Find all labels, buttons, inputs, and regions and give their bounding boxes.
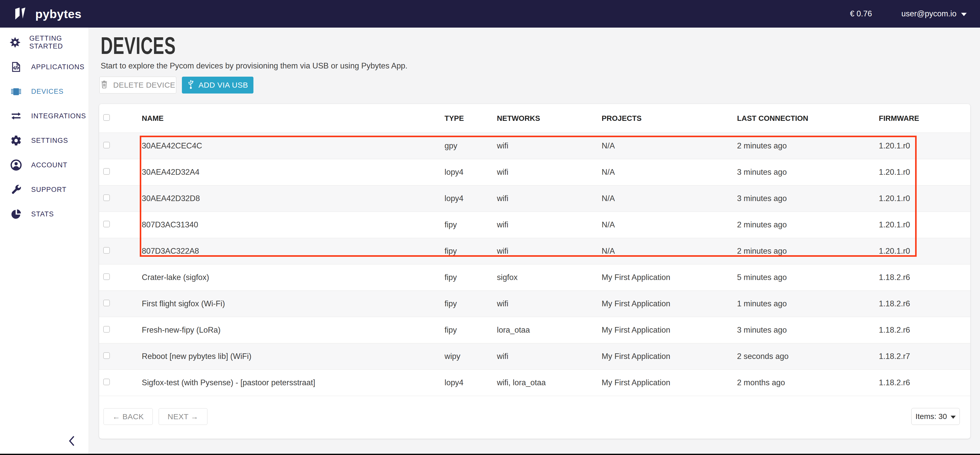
- device-networks: wifi: [497, 141, 601, 151]
- sidebar-item-devices[interactable]: DEVICES: [0, 79, 89, 104]
- row-checkbox[interactable]: [103, 194, 110, 201]
- sidebar-item-settings[interactable]: SETTINGS: [0, 128, 89, 153]
- device-last-connection: 2 seconds ago: [737, 352, 879, 361]
- device-networks: wifi: [497, 352, 601, 361]
- device-last-connection: 2 minutes ago: [737, 141, 879, 151]
- table-row[interactable]: First flight sigfox (Wi-Fi) fipy wifi My…: [99, 291, 970, 317]
- device-networks: sigfox: [497, 273, 601, 282]
- row-checkbox[interactable]: [103, 352, 110, 359]
- device-last-connection: 3 minutes ago: [737, 168, 879, 177]
- devices-table: NAME TYPE NETWORKS PROJECTS LAST CONNECT…: [99, 104, 970, 439]
- wrench-icon: [9, 184, 23, 196]
- row-checkbox-cell: [99, 141, 137, 151]
- device-projects: N/A: [601, 141, 737, 151]
- table-body: 30AEA42CEC4C gpy wifi N/A 2 minutes ago …: [99, 133, 970, 396]
- row-checkbox-cell: [99, 273, 137, 282]
- device-firmware: 1.20.1.r0: [879, 141, 970, 151]
- device-type: gpy: [444, 141, 497, 151]
- row-checkbox[interactable]: [103, 300, 110, 306]
- table-row[interactable]: 30AEA42D32A4 lopy4 wifi N/A 3 minutes ag…: [99, 159, 970, 185]
- sidebar-item-account[interactable]: ACCOUNT: [0, 153, 89, 177]
- device-name: Fresh-new-fipy (LoRa): [137, 326, 444, 335]
- items-per-page-dropdown[interactable]: Items: 30: [911, 408, 960, 425]
- column-header-projects: PROJECTS: [601, 114, 737, 123]
- row-checkbox-cell: [99, 220, 137, 229]
- row-checkbox[interactable]: [103, 379, 110, 385]
- sidebar-collapse-button[interactable]: [68, 434, 76, 449]
- device-type: lopy4: [444, 194, 497, 203]
- main-content: DEVICES Start to explore the Pycom devic…: [89, 28, 980, 455]
- account-balance: € 0.76: [850, 9, 872, 18]
- sidebar-item-integrations[interactable]: INTEGRATIONS: [0, 104, 89, 128]
- page-description: Start to explore the Pycom devices by pr…: [101, 61, 407, 70]
- row-checkbox[interactable]: [103, 326, 110, 332]
- sun-icon: [9, 37, 21, 48]
- row-checkbox-cell: [99, 247, 137, 256]
- device-type: lopy4: [444, 168, 497, 177]
- row-checkbox-cell: [99, 168, 137, 177]
- toolbar: DELETE DEVICE ADD VIA USB: [99, 76, 253, 94]
- table-row[interactable]: 807D3AC322A8 fipy wifi N/A 2 minutes ago…: [99, 238, 970, 264]
- select-all-checkbox[interactable]: [103, 114, 110, 121]
- row-checkbox-cell: [99, 326, 137, 335]
- device-networks: wifi, lora_otaa: [497, 378, 601, 387]
- sidebar-item-getting-started[interactable]: GETTING STARTED: [0, 30, 89, 55]
- row-checkbox[interactable]: [103, 142, 110, 148]
- column-header-last-connection: LAST CONNECTION: [737, 114, 879, 123]
- gear-icon: [9, 135, 23, 146]
- sidebar-item-label: SUPPORT: [31, 186, 67, 194]
- device-name: 807D3AC31340: [137, 220, 444, 229]
- row-checkbox-cell: [99, 194, 137, 203]
- device-projects: My First Application: [601, 378, 737, 387]
- row-checkbox[interactable]: [103, 247, 110, 254]
- device-name: Crater-lake (sigfox): [137, 273, 444, 282]
- device-networks: wifi: [497, 220, 601, 229]
- device-type: fipy: [444, 326, 497, 335]
- device-name: First flight sigfox (Wi-Fi): [137, 299, 444, 309]
- device-projects: My First Application: [601, 326, 737, 335]
- table-row[interactable]: Sigfox-test (with Pysense) - [pastoor pe…: [99, 369, 970, 396]
- column-header-networks: NETWORKS: [497, 114, 601, 123]
- row-checkbox[interactable]: [103, 274, 110, 280]
- user-icon: [9, 159, 23, 171]
- sidebar-item-applications[interactable]: APPLICATIONS: [0, 55, 89, 79]
- table-row[interactable]: 807D3AC31340 fipy wifi N/A 2 minutes ago…: [99, 212, 970, 238]
- sidebar-item-support[interactable]: SUPPORT: [0, 177, 89, 202]
- device-projects: N/A: [601, 247, 737, 256]
- code-document-icon: [9, 61, 23, 73]
- device-type: lopy4: [444, 378, 497, 387]
- device-projects: My First Application: [601, 352, 737, 361]
- logo-text: pybytes: [35, 7, 81, 21]
- row-checkbox-cell: [99, 299, 137, 309]
- device-last-connection: 2 months ago: [737, 378, 879, 387]
- window-bottom-edge: [0, 454, 980, 455]
- chevron-down-icon: [961, 13, 967, 16]
- sidebar-item-label: STATS: [31, 210, 54, 218]
- device-firmware: 1.18.2.r6: [879, 378, 970, 387]
- table-row[interactable]: 30AEA42CEC4C gpy wifi N/A 2 minutes ago …: [99, 133, 970, 159]
- back-button[interactable]: ← BACK: [103, 408, 153, 425]
- row-checkbox[interactable]: [103, 221, 110, 228]
- page-title: DEVICES: [101, 33, 176, 59]
- delete-device-button[interactable]: DELETE DEVICE: [99, 76, 176, 94]
- table-row[interactable]: Reboot [new pybytes lib] (WiFi) wipy wif…: [99, 343, 970, 369]
- table-row[interactable]: Fresh-new-fipy (LoRa) fipy lora_otaa My …: [99, 317, 970, 343]
- table-row[interactable]: Crater-lake (sigfox) fipy sigfox My Firs…: [99, 264, 970, 291]
- row-checkbox-cell: [99, 378, 137, 387]
- pie-chart-icon: [9, 208, 23, 220]
- table-row[interactable]: 30AEA42D32D8 lopy4 wifi N/A 3 minutes ag…: [99, 185, 970, 212]
- pybytes-logo[interactable]: pybytes: [14, 6, 81, 22]
- next-button[interactable]: NEXT →: [159, 408, 207, 425]
- device-name: 30AEA42D32D8: [137, 194, 444, 203]
- column-header-firmware: FIRMWARE: [879, 114, 970, 123]
- user-menu[interactable]: user@pycom.io: [901, 9, 967, 18]
- row-checkbox[interactable]: [103, 168, 110, 175]
- navbar-right: € 0.76 user@pycom.io: [850, 9, 967, 18]
- add-via-usb-label: ADD VIA USB: [199, 81, 248, 89]
- device-type: fipy: [444, 273, 497, 282]
- sidebar-item-stats[interactable]: STATS: [0, 202, 89, 226]
- pybytes-logo-icon: [14, 6, 30, 22]
- device-projects: My First Application: [601, 273, 737, 282]
- device-last-connection: 3 minutes ago: [737, 326, 879, 335]
- add-via-usb-button[interactable]: ADD VIA USB: [182, 76, 253, 94]
